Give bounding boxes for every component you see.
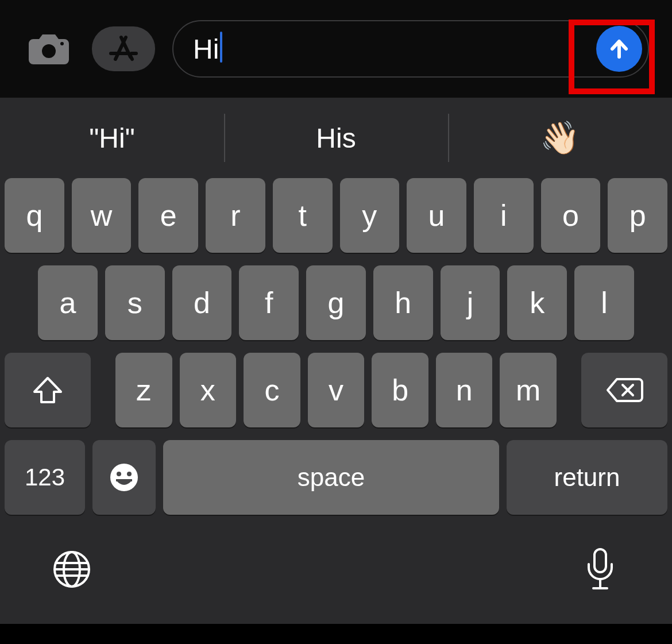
suggestion-word[interactable]: His (224, 98, 448, 178)
key-p[interactable]: p (608, 178, 667, 253)
emoji-icon (109, 462, 140, 493)
svg-rect-5 (116, 479, 132, 481)
key-y[interactable]: y (340, 178, 400, 253)
key-c[interactable]: c (244, 353, 300, 427)
key-emoji[interactable] (92, 440, 156, 515)
svg-point-2 (110, 464, 138, 491)
key-r[interactable]: r (206, 178, 265, 253)
dictation-button[interactable] (580, 549, 620, 589)
key-x[interactable]: x (180, 353, 237, 427)
text-caret (220, 32, 222, 63)
globe-icon (52, 549, 92, 589)
key-b[interactable]: b (372, 353, 428, 427)
suggestion-emoji[interactable]: 👋🏻 (448, 98, 672, 178)
key-v[interactable]: v (308, 353, 365, 427)
key-i[interactable]: i (474, 178, 534, 253)
arrow-up-icon (607, 36, 632, 61)
camera-button[interactable] (23, 26, 75, 71)
backspace-icon (605, 377, 643, 403)
keyboard-row-1: q w e r t y u i o p (5, 178, 667, 253)
key-j[interactable]: j (441, 265, 500, 340)
shift-icon (32, 376, 63, 404)
keyboard-row-3: z x c v b n m (5, 353, 667, 427)
key-n[interactable]: n (436, 353, 493, 427)
svg-point-4 (127, 472, 132, 476)
suggestions-bar: "Hi" His 👋🏻 (0, 98, 672, 178)
key-k[interactable]: k (507, 265, 567, 340)
key-w[interactable]: w (72, 178, 132, 253)
app-store-icon (107, 33, 140, 65)
svg-rect-8 (594, 549, 606, 572)
key-a[interactable]: a (38, 265, 98, 340)
key-shift[interactable] (5, 353, 91, 427)
key-g[interactable]: g (306, 265, 366, 340)
key-o[interactable]: o (541, 178, 601, 253)
key-f[interactable]: f (239, 265, 299, 340)
send-button[interactable] (596, 26, 642, 72)
camera-icon (28, 32, 70, 65)
key-q[interactable]: q (5, 178, 64, 253)
key-return[interactable]: return (507, 440, 667, 515)
key-u[interactable]: u (407, 178, 466, 253)
message-text: Hi (193, 33, 219, 65)
key-s[interactable]: s (105, 265, 165, 340)
compose-bar: Hi (0, 0, 672, 98)
message-input[interactable]: Hi (172, 20, 649, 78)
svg-point-0 (42, 44, 56, 58)
apps-button[interactable] (92, 26, 155, 71)
key-t[interactable]: t (273, 178, 333, 253)
keyboard-row-4: 123 space return (5, 440, 667, 515)
key-numbers[interactable]: 123 (5, 440, 85, 515)
key-e[interactable]: e (138, 178, 198, 253)
key-h[interactable]: h (373, 265, 433, 340)
key-z[interactable]: z (115, 353, 172, 427)
key-space[interactable]: space (163, 440, 499, 515)
suggestion-quoted[interactable]: "Hi" (0, 98, 224, 178)
keyboard: q w e r t y u i o p a s d f g h j k l z … (0, 178, 672, 515)
microphone-icon (584, 547, 616, 592)
globe-button[interactable] (52, 549, 92, 589)
svg-point-3 (117, 472, 121, 476)
key-d[interactable]: d (172, 265, 232, 340)
keyboard-row-2: a s d f g h j k l (5, 265, 667, 340)
key-backspace[interactable] (581, 353, 667, 427)
key-l[interactable]: l (574, 265, 634, 340)
keyboard-bottom-bar (0, 515, 672, 624)
key-m[interactable]: m (500, 353, 557, 427)
svg-point-1 (60, 42, 64, 45)
